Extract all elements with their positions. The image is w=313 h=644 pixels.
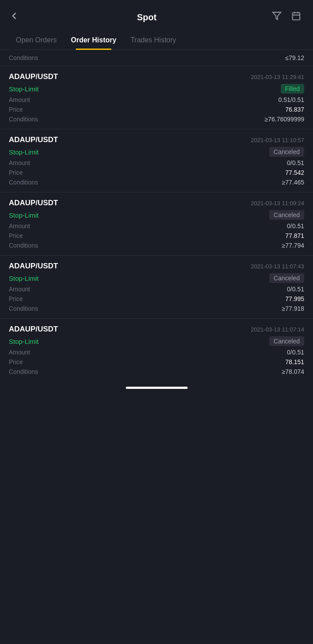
tab-open-orders[interactable]: Open Orders	[9, 31, 64, 49]
amount-row: Amount 0/0.51	[9, 159, 304, 166]
order-type: Stop-Limit	[9, 85, 39, 93]
amount-label: Amount	[9, 286, 30, 293]
conditions-value: ≥77.918	[282, 305, 304, 312]
order-date: 2021-03-13 11:29:41	[251, 74, 304, 80]
order-header-row: ADAUP/USDT 2021-03-13 11:29:41	[9, 72, 304, 81]
price-value: 78.151	[285, 358, 304, 365]
price-row: Price 78.151	[9, 358, 304, 365]
conditions-value: ≥77.794	[282, 242, 304, 249]
conditions-label: Conditions	[9, 179, 38, 186]
conditions-row: Conditions ≥77.794	[9, 242, 304, 249]
conditions-row: Conditions ≥76.76099999	[9, 116, 304, 123]
order-item: ADAUP/USDT 2021-03-13 11:10:57 Stop-Limi…	[0, 129, 313, 192]
price-row: Price 77.542	[9, 169, 304, 176]
price-row: Price 77.995	[9, 295, 304, 302]
amount-row: Amount 0/0.51	[9, 349, 304, 356]
intro-conditions-row: Conditions ≤79.12	[0, 50, 313, 66]
conditions-value: ≥78.074	[282, 368, 304, 375]
price-label: Price	[9, 232, 23, 239]
conditions-label: Conditions	[9, 305, 38, 312]
tab-order-history[interactable]: Order History	[64, 31, 123, 49]
order-header-row: ADAUP/USDT 2021-03-13 11:07:43	[9, 262, 304, 271]
order-header-row: ADAUP/USDT 2021-03-13 11:07:14	[9, 325, 304, 334]
status-badge: Canceled	[269, 336, 304, 346]
back-button[interactable]	[9, 11, 25, 24]
amount-row: Amount 0/0.51	[9, 222, 304, 230]
order-type: Stop-Limit	[9, 338, 39, 345]
order-header-row: ADAUP/USDT 2021-03-13 11:10:57	[9, 136, 304, 144]
intro-conditions-value: ≤79.12	[285, 54, 304, 61]
amount-value: 0/0.51	[287, 286, 304, 293]
price-value: 77.995	[285, 295, 304, 302]
order-item: ADAUP/USDT 2021-03-13 11:09:24 Stop-Limi…	[0, 192, 313, 256]
amount-row: Amount 0.51/0.51	[9, 96, 304, 103]
svg-marker-0	[273, 12, 281, 20]
price-value: 77.542	[285, 169, 304, 176]
status-badge: Filled	[281, 84, 304, 94]
amount-value: 0/0.51	[287, 349, 304, 356]
home-indicator	[126, 387, 188, 389]
price-label: Price	[9, 106, 23, 113]
price-label: Price	[9, 169, 23, 176]
tabs-bar: Open Orders Order History Trades History	[0, 31, 313, 50]
amount-label: Amount	[9, 222, 30, 230]
order-date: 2021-03-13 11:07:43	[251, 263, 304, 270]
pair-name: ADAUP/USDT	[9, 199, 58, 207]
amount-label: Amount	[9, 96, 30, 103]
filter-button[interactable]	[269, 11, 285, 23]
tab-trades-history[interactable]: Trades History	[124, 31, 183, 49]
order-type-row: Stop-Limit Canceled	[9, 210, 304, 220]
order-type: Stop-Limit	[9, 275, 39, 282]
price-row: Price 76.837	[9, 106, 304, 113]
pair-name: ADAUP/USDT	[9, 262, 58, 271]
price-label: Price	[9, 295, 23, 302]
order-date: 2021-03-13 11:10:57	[251, 137, 304, 143]
conditions-label: Conditions	[9, 368, 38, 375]
conditions-row: Conditions ≥77.918	[9, 305, 304, 312]
amount-value: 0/0.51	[287, 159, 304, 166]
amount-value: 0/0.51	[287, 222, 304, 230]
conditions-value: ≥77.465	[282, 179, 304, 186]
amount-label: Amount	[9, 159, 30, 166]
order-type: Stop-Limit	[9, 148, 39, 156]
order-item: ADAUP/USDT 2021-03-13 11:29:41 Stop-Limi…	[0, 66, 313, 129]
amount-value: 0.51/0.51	[279, 96, 304, 103]
price-value: 76.837	[285, 106, 304, 113]
order-type-row: Stop-Limit Filled	[9, 84, 304, 94]
conditions-label: Conditions	[9, 242, 38, 249]
order-type-row: Stop-Limit Canceled	[9, 336, 304, 346]
order-header-row: ADAUP/USDT 2021-03-13 11:09:24	[9, 199, 304, 207]
status-badge: Canceled	[269, 210, 304, 220]
order-date: 2021-03-13 11:07:14	[251, 326, 304, 333]
pair-name: ADAUP/USDT	[9, 136, 58, 144]
order-type-row: Stop-Limit Canceled	[9, 147, 304, 157]
conditions-row: Conditions ≥78.074	[9, 368, 304, 375]
order-type: Stop-Limit	[9, 211, 39, 219]
intro-conditions-label: Conditions	[9, 54, 38, 61]
pair-name: ADAUP/USDT	[9, 325, 58, 334]
page-title: Spot	[25, 12, 269, 23]
header-actions	[269, 11, 304, 23]
amount-label: Amount	[9, 349, 30, 356]
conditions-row: Conditions ≥77.465	[9, 179, 304, 186]
conditions-label: Conditions	[9, 116, 38, 123]
order-item: ADAUP/USDT 2021-03-13 11:07:14 Stop-Limi…	[0, 319, 313, 381]
amount-row: Amount 0/0.51	[9, 286, 304, 293]
order-type-row: Stop-Limit Canceled	[9, 273, 304, 283]
status-badge: Canceled	[269, 273, 304, 283]
svg-rect-1	[293, 13, 300, 20]
price-label: Price	[9, 358, 23, 365]
order-item: ADAUP/USDT 2021-03-13 11:07:43 Stop-Limi…	[0, 256, 313, 319]
conditions-value: ≥76.76099999	[265, 116, 304, 123]
status-badge: Canceled	[269, 147, 304, 157]
calendar-button[interactable]	[288, 11, 304, 23]
pair-name: ADAUP/USDT	[9, 72, 58, 81]
order-list: ADAUP/USDT 2021-03-13 11:29:41 Stop-Limi…	[0, 66, 313, 381]
order-date: 2021-03-13 11:09:24	[251, 200, 304, 207]
price-value: 77.871	[285, 232, 304, 239]
header: Spot	[0, 0, 313, 31]
price-row: Price 77.871	[9, 232, 304, 239]
